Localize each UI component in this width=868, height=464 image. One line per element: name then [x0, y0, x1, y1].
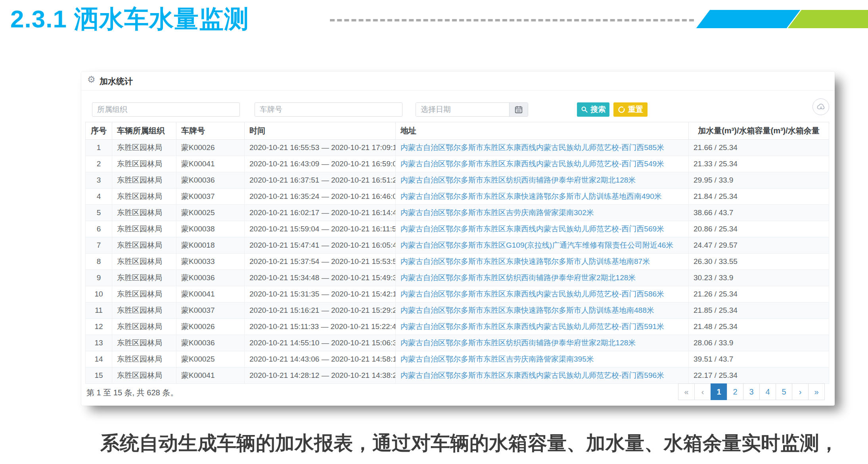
cell-plate: 蒙K00033	[176, 254, 245, 270]
cell-index: 11	[86, 302, 112, 319]
table-row: 10 东胜区园林局 蒙K00041 2020-10-21 15:31:35 — …	[86, 286, 829, 302]
cloud-download-icon	[816, 103, 826, 111]
table-row: 3 东胜区园林局 蒙K00036 2020-10-21 16:37:51 — 2…	[86, 172, 829, 189]
address-link[interactable]: 内蒙古自治区鄂尔多斯市东胜区东康西线内蒙古民族幼儿师范艺校-西门西596米	[400, 371, 664, 379]
page-button[interactable]: 4	[759, 383, 776, 400]
cell-plate: 蒙K00036	[176, 270, 245, 286]
cell-plate: 蒙K00026	[176, 140, 245, 156]
page-button[interactable]: 2	[727, 383, 743, 400]
record-count-summary: 第 1 至 15 条, 共 628 条。	[86, 387, 178, 398]
cell-plate: 蒙K00036	[176, 335, 245, 351]
address-link[interactable]: 内蒙古自治区鄂尔多斯市东胜区东康快速路鄂尔多斯市人防训练基地南87米	[400, 257, 650, 266]
water-fill-table: 序号 车辆所属组织 车牌号 时间 地址 加水量(m³)/水箱容量(m³)/水箱余…	[85, 122, 829, 384]
date-input[interactable]	[416, 103, 509, 116]
cell-volume: 21.48 / 25.34	[689, 319, 829, 335]
table-row: 13 东胜区园林局 蒙K00036 2020-10-21 14:55:10 — …	[86, 335, 829, 351]
header-address: 地址	[396, 122, 689, 140]
header-index: 序号	[86, 122, 112, 140]
address-link[interactable]: 内蒙古自治区鄂尔多斯市东胜区东康西线内蒙古民族幼儿师范艺校-西门西585米	[400, 143, 664, 152]
cell-organization: 东胜区园林局	[112, 302, 176, 319]
cell-volume: 39.51 / 43.7	[689, 351, 829, 368]
address-link[interactable]: 内蒙古自治区鄂尔多斯市东胜区东康快速路鄂尔多斯市人防训练基地西南490米	[400, 192, 662, 200]
cell-volume: 26.30 / 33.55	[689, 254, 829, 270]
dashed-divider	[330, 19, 694, 21]
plate-number-input[interactable]	[255, 102, 402, 117]
cell-address: 内蒙古自治区鄂尔多斯市东胜区东康快速路鄂尔多斯市人防训练基地西南490米	[396, 189, 689, 205]
address-link[interactable]: 内蒙古自治区鄂尔多斯市东胜区东康西线内蒙古民族幼儿师范艺校-西门西586米	[400, 290, 664, 298]
cell-address: 内蒙古自治区鄂尔多斯市东胜区东康西线内蒙古民族幼儿师范艺校-西门西586米	[396, 286, 689, 302]
panel-header: ⚙ 加水统计	[81, 71, 835, 90]
water-fill-statistics-panel: ⚙ 加水统计 搜索 重置	[81, 71, 835, 406]
address-link[interactable]: 内蒙古自治区鄂尔多斯市东胜区东康西线内蒙古民族幼儿师范艺校-西门西569米	[400, 225, 664, 233]
cell-address: 内蒙古自治区鄂尔多斯市东胜区东康西线内蒙古民族幼儿师范艺校-西门西585米	[396, 140, 689, 156]
cell-organization: 东胜区园林局	[112, 140, 176, 156]
cell-volume: 29.95 / 33.9	[689, 172, 829, 189]
calendar-icon	[514, 105, 523, 114]
cell-time: 2020-10-21 15:34:48 — 2020-10-21 15:49:3…	[245, 270, 396, 286]
address-link[interactable]: 内蒙古自治区鄂尔多斯市东胜区东康西线内蒙古民族幼儿师范艺校-西门西549米	[400, 160, 664, 168]
page-button[interactable]: «	[678, 383, 695, 400]
reset-button[interactable]: 重置	[613, 102, 648, 117]
cell-time: 2020-10-21 16:43:09 — 2020-10-21 16:59:0…	[245, 156, 396, 172]
table-row: 8 东胜区园林局 蒙K00033 2020-10-21 15:37:54 — 2…	[86, 254, 829, 270]
cell-index: 9	[86, 270, 112, 286]
table-row: 14 东胜区园林局 蒙K00025 2020-10-21 14:43:06 — …	[86, 351, 829, 368]
cell-plate: 蒙K00036	[176, 172, 245, 189]
address-link[interactable]: 内蒙古自治区鄂尔多斯市东胜区东康西线内蒙古民族幼儿师范艺校-西门西591米	[400, 322, 664, 331]
calendar-button[interactable]	[509, 103, 528, 116]
cell-time: 2020-10-21 14:55:10 — 2020-10-21 15:06:3…	[245, 335, 396, 351]
table-row: 2 东胜区园林局 蒙K00041 2020-10-21 16:43:09 — 2…	[86, 156, 829, 172]
cloud-download-button[interactable]	[812, 98, 829, 115]
cell-index: 7	[86, 237, 112, 254]
table-header-row: 序号 车辆所属组织 车牌号 时间 地址 加水量(m³)/水箱容量(m³)/水箱余…	[86, 122, 829, 140]
page-button[interactable]: ‹	[694, 383, 711, 400]
cell-plate: 蒙K00037	[176, 302, 245, 319]
table-row: 7 东胜区园林局 蒙K00018 2020-10-21 15:47:41 — 2…	[86, 237, 829, 254]
cell-address: 内蒙古自治区鄂尔多斯市东胜区东康西线内蒙古民族幼儿师范艺校-西门西596米	[396, 368, 689, 384]
cell-plate: 蒙K00038	[176, 221, 245, 237]
cell-time: 2020-10-21 15:59:04 — 2020-10-21 16:11:5…	[245, 221, 396, 237]
cell-volume: 21.66 / 25.34	[689, 140, 829, 156]
page-title: 2.3.1 洒水车水量监测	[10, 2, 249, 36]
address-link[interactable]: 内蒙古自治区鄂尔多斯市东胜区吉劳庆南路訾家渠南302米	[400, 208, 594, 217]
page-button[interactable]: 1	[711, 383, 727, 400]
cell-time: 2020-10-21 16:35:24 — 2020-10-21 16:46:0…	[245, 189, 396, 205]
decorative-blue-parallelogram	[696, 10, 801, 28]
cell-time: 2020-10-21 15:37:54 — 2020-10-21 15:53:5…	[245, 254, 396, 270]
address-link[interactable]: 内蒙古自治区鄂尔多斯市东胜区G109(京拉线)广通汽车维修有限责任公司附近46米	[400, 241, 673, 249]
table-row: 15 东胜区园林局 蒙K00041 2020-10-21 14:28:12 — …	[86, 368, 829, 384]
table-row: 5 东胜区园林局 蒙K00025 2020-10-21 16:02:17 — 2…	[86, 205, 829, 221]
address-link[interactable]: 内蒙古自治区鄂尔多斯市东胜区吉劳庆南路訾家渠南395米	[400, 355, 594, 363]
address-link[interactable]: 内蒙古自治区鄂尔多斯市东胜区东康快速路鄂尔多斯市人防训练基地南488米	[400, 306, 654, 314]
cell-index: 4	[86, 189, 112, 205]
address-link[interactable]: 内蒙古自治区鄂尔多斯市东胜区纺织西街辅路伊泰华府世家2期北128米	[400, 339, 636, 347]
reset-icon	[618, 106, 625, 114]
search-button[interactable]: 搜索	[577, 102, 609, 117]
table-row: 1 东胜区园林局 蒙K00026 2020-10-21 16:55:53 — 2…	[86, 140, 829, 156]
cell-address: 内蒙古自治区鄂尔多斯市东胜区东康快速路鄂尔多斯市人防训练基地南488米	[396, 302, 689, 319]
organization-input[interactable]	[92, 102, 240, 117]
cell-index: 14	[86, 351, 112, 368]
cell-volume: 21.26 / 25.34	[689, 286, 829, 302]
cell-volume: 22.17 / 25.34	[689, 368, 829, 384]
page-button[interactable]: ›	[792, 383, 809, 400]
cell-plate: 蒙K00037	[176, 189, 245, 205]
panel-title: 加水统计	[100, 76, 133, 87]
page-button[interactable]: 5	[776, 383, 792, 400]
reset-button-label: 重置	[628, 104, 643, 115]
cell-time: 2020-10-21 16:55:53 — 2020-10-21 17:09:1…	[245, 140, 396, 156]
search-icon	[581, 106, 588, 113]
cell-address: 内蒙古自治区鄂尔多斯市东胜区纺织西街辅路伊泰华府世家2期北128米	[396, 270, 689, 286]
cell-organization: 东胜区园林局	[112, 189, 176, 205]
cell-organization: 东胜区园林局	[112, 205, 176, 221]
address-link[interactable]: 内蒙古自治区鄂尔多斯市东胜区纺织西街辅路伊泰华府世家2期北128米	[400, 176, 636, 184]
page-button[interactable]: »	[808, 383, 825, 400]
header-organization: 车辆所属组织	[112, 122, 176, 140]
page-button[interactable]: 3	[743, 383, 760, 400]
address-link[interactable]: 内蒙古自治区鄂尔多斯市东胜区纺织西街辅路伊泰华府世家2期北128米	[400, 273, 636, 282]
cell-volume: 21.84 / 25.34	[689, 189, 829, 205]
cell-address: 内蒙古自治区鄂尔多斯市东胜区吉劳庆南路訾家渠南302米	[396, 205, 689, 221]
cell-address: 内蒙古自治区鄂尔多斯市东胜区吉劳庆南路訾家渠南395米	[396, 351, 689, 368]
table-row: 12 东胜区园林局 蒙K00026 2020-10-21 15:11:33 — …	[86, 319, 829, 335]
cell-volume: 21.85 / 25.34	[689, 302, 829, 319]
